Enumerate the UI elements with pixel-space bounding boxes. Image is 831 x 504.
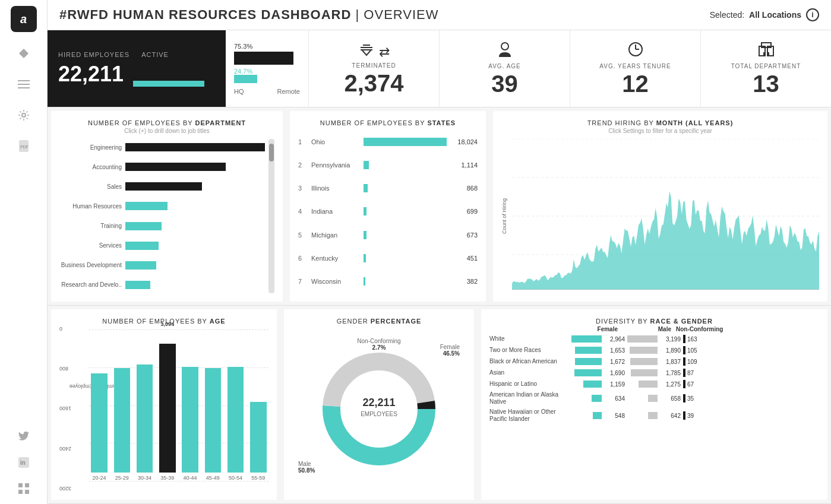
svg-point-4 (22, 113, 26, 117)
dept-bar[interactable] (125, 222, 162, 230)
sidebar-logo[interactable]: a (11, 6, 37, 32)
sidebar-item-grid[interactable] (14, 75, 33, 94)
sidebar: a PDF in (0, 0, 48, 504)
dept-label: Business Development (59, 262, 122, 268)
state-row: 2 Pennsylvania 1,114 (298, 161, 478, 169)
dept-bar[interactable] (125, 261, 156, 270)
diversity-table: Female Male Non-Conforming White 2,964 3… (489, 326, 819, 492)
remote-pct: 24.7% (234, 68, 300, 75)
age-bar[interactable] (91, 373, 107, 473)
div-nonconf-cell: 39 (683, 411, 694, 420)
active-bar (133, 81, 204, 87)
age-bar[interactable] (182, 367, 198, 473)
age-bar[interactable] (228, 367, 244, 473)
diversity-chart-panel: DIVERSITY BY RACE & GENDER Female Male N… (481, 309, 827, 500)
div-nonconf-bar (683, 380, 685, 388)
div-female-cell: 548 (571, 412, 625, 419)
male-label: Male 50.8% (298, 461, 315, 474)
svg-rect-12 (25, 490, 29, 494)
age-bar[interactable] (205, 368, 221, 473)
diversity-row: Two or More Races 1,653 1,890 105 (489, 346, 819, 354)
age-bar[interactable] (114, 368, 130, 473)
dept-bar[interactable] (125, 281, 150, 289)
dept-bar[interactable] (125, 163, 226, 171)
avg-age-label: AVG. AGE (488, 63, 521, 69)
state-name: Ohio (311, 138, 359, 145)
dept-bar[interactable] (125, 182, 202, 191)
diversity-row: American Indian or Alaska Native 634 658… (489, 391, 819, 405)
dept-scrollbar[interactable] (268, 139, 274, 293)
bottom-charts-row: NUMBER OF EMPLOYEES BY AGE 3200 2400 160… (48, 306, 831, 504)
div-nonconf-cell: 163 (683, 335, 697, 343)
age-icon (498, 42, 512, 61)
female-label: Female 46.5% (440, 344, 460, 357)
tenure-icon (628, 42, 643, 61)
hq-remote-labels: HQ Remote (234, 88, 300, 95)
div-female-val: 548 (603, 413, 625, 419)
state-bar (364, 231, 366, 239)
dept-bar-row: Services (59, 242, 265, 250)
div-male-cell: 1,837 (627, 358, 681, 365)
div-female-val: 634 (603, 395, 625, 402)
age-bar[interactable] (137, 364, 153, 473)
dept-label: Accounting (59, 164, 122, 170)
state-name: Pennsylvania (311, 161, 359, 169)
linkedin-icon[interactable]: in (14, 453, 33, 472)
div-female-val: 1,653 (603, 347, 625, 354)
age-bar[interactable] (159, 344, 175, 473)
twitter-icon[interactable] (14, 427, 33, 446)
div-nonconf-cell: 35 (683, 394, 694, 402)
div-male-cell: 642 (627, 412, 681, 419)
state-bar-wrap (364, 184, 447, 192)
state-name: Michigan (311, 232, 359, 239)
grid-icon[interactable] (14, 479, 33, 498)
sidebar-item-settings[interactable] (14, 106, 33, 125)
trend-y-label: Count of Hiring (501, 139, 512, 293)
sidebar-item-pdf[interactable]: PDF (14, 137, 33, 156)
div-nonconf-bar (683, 411, 685, 420)
svg-rect-10 (25, 483, 29, 487)
div-male-cell: 1,785 (627, 369, 681, 376)
total-dept-label: TOTAL DEPARTMENT (731, 63, 801, 69)
state-rank: 1 (298, 138, 307, 145)
kpi-hq-remote: 75.3% 24.7% HQ Remote (226, 30, 309, 107)
svg-rect-14 (363, 45, 370, 46)
diversity-row: Asian 1,690 1,785 87 (489, 369, 819, 377)
age-bar-label: 20-24 (93, 475, 106, 481)
dept-bar[interactable] (125, 242, 159, 250)
avg-tenure-label: AVG. YEARS TENURE (599, 63, 671, 69)
hq-label: HQ (234, 88, 244, 95)
svg-rect-11 (18, 490, 23, 494)
diversity-row: Black or African American 1,672 1,837 10… (489, 357, 819, 366)
state-value: 382 (451, 278, 478, 285)
dept-bar-row: Human Resources (59, 202, 265, 210)
state-value: 451 (451, 255, 478, 262)
div-female-bar (575, 358, 602, 365)
state-value: 699 (451, 208, 478, 215)
div-male-bar (630, 358, 658, 365)
age-bar-col: 45-49 (203, 329, 223, 481)
dept-bar[interactable] (125, 143, 265, 151)
selected-label: Selected: (710, 10, 744, 20)
div-male-val: 3,199 (659, 336, 681, 343)
svg-rect-24 (767, 52, 769, 56)
dept-chart-panel: NUMBER OF EMPLOYEES BY DEPARTMENT Click … (51, 111, 283, 302)
state-name: Kentucky (311, 255, 359, 262)
info-button[interactable]: i (806, 8, 819, 21)
div-female-cell: 1,159 (571, 381, 625, 388)
age-bar[interactable] (250, 402, 266, 473)
dept-chart-subtitle: Click (+) to drill down to job titles (59, 128, 274, 134)
age-bar-col: 25-29 (112, 329, 132, 481)
dept-label: Human Resources (59, 203, 122, 210)
div-female-cell: 1,653 (571, 347, 625, 354)
state-value: 18,024 (451, 138, 478, 145)
kpi-total-dept: TOTAL DEPARTMENT 13 (701, 30, 831, 107)
svg-rect-23 (763, 52, 766, 56)
active-label: ACTIVE (141, 51, 169, 58)
sidebar-item-diamond[interactable] (14, 44, 33, 63)
diversity-header: Female Male Non-Conforming (489, 326, 819, 332)
dept-bar[interactable] (125, 202, 168, 210)
age-chart-area: 3200 2400 1600 800 0 Number of Employee … (59, 326, 268, 492)
state-row: 1 Ohio 18,024 (298, 138, 478, 146)
dept-chart-title: NUMBER OF EMPLOYEES BY DEPARTMENT (59, 119, 274, 126)
